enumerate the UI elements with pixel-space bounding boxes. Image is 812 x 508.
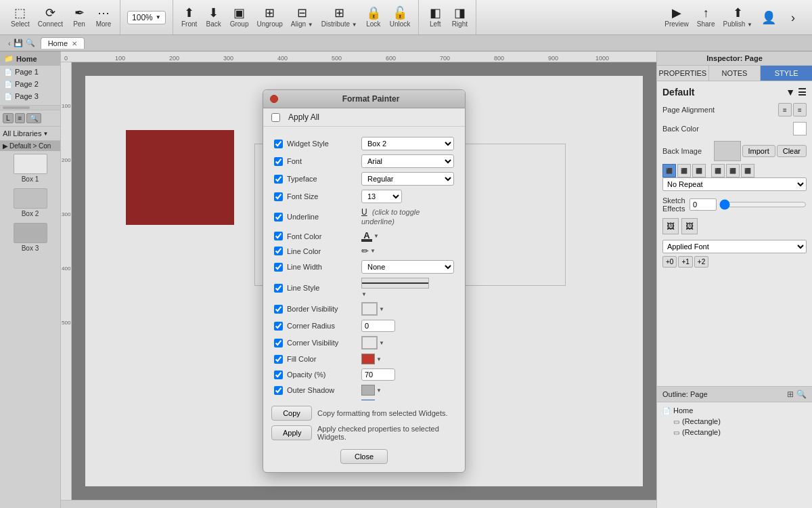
typeface-select[interactable]: Regular: [361, 172, 454, 186]
zoom-input[interactable]: 100% ▼: [127, 11, 166, 24]
unlock-tool[interactable]: 🔓 Unlock: [386, 5, 415, 29]
fill-color-checkbox[interactable]: [274, 355, 283, 364]
font-select[interactable]: Arial: [361, 154, 454, 168]
apply-all-checkbox[interactable]: [271, 113, 280, 122]
outer-shadow-arrow[interactable]: ▼: [376, 387, 382, 394]
clear-button[interactable]: Clear: [777, 145, 807, 157]
widget-style-select[interactable]: Box 2: [361, 137, 454, 150]
preview-tool[interactable]: ▶ Preview: [660, 5, 693, 29]
img-align-5[interactable]: ⬛: [726, 164, 740, 177]
font-size-2-btn[interactable]: +2: [694, 256, 708, 268]
box1-item[interactable]: Box 1: [3, 154, 58, 183]
corner-visibility-arrow[interactable]: ▼: [379, 340, 384, 346]
opacity-input[interactable]: [361, 368, 395, 381]
corner-radius-checkbox[interactable]: [274, 322, 283, 331]
img-align-3[interactable]: ⬛: [692, 164, 706, 177]
outline-rect2-item[interactable]: ▭ (Rectangle): [660, 427, 809, 438]
outline-filter-icon[interactable]: ⊞: [787, 389, 794, 399]
search-btn[interactable]: 🔍: [26, 113, 41, 123]
outline-home-item[interactable]: 📄 Home: [660, 405, 809, 416]
lib-selector[interactable]: All Libraries ▼: [0, 126, 60, 140]
sketch-input[interactable]: [690, 198, 717, 211]
font-size-0-btn[interactable]: +0: [662, 256, 677, 268]
border-visibility-arrow[interactable]: ▼: [379, 306, 384, 312]
outline-search-icon[interactable]: 🔍: [796, 389, 807, 399]
page-1-item[interactable]: 📄 Page 1: [0, 66, 60, 78]
font-size-checkbox[interactable]: [274, 192, 283, 201]
typeface-checkbox[interactable]: [274, 175, 283, 184]
collapse-tool[interactable]: ›: [781, 10, 805, 25]
connect-tool[interactable]: ⟳ Connect: [34, 5, 67, 29]
home-tab[interactable]: Home ✕: [41, 37, 85, 49]
box3-item[interactable]: Box 3: [3, 223, 58, 252]
tab-back-icon[interactable]: ‹: [8, 39, 11, 47]
line-color-checkbox[interactable]: [274, 247, 283, 255]
corner-visibility-checkbox[interactable]: [274, 339, 283, 347]
underline-icon[interactable]: U: [361, 207, 367, 217]
box2-item[interactable]: Box 2: [3, 188, 58, 217]
default-con-item[interactable]: ▶ Default > Con: [0, 140, 60, 151]
select-tool[interactable]: ⬚ Select: [7, 5, 34, 29]
align-left-btn[interactable]: ≡: [778, 103, 792, 117]
inspector-menu-icon[interactable]: ☰: [798, 87, 807, 98]
left-tool[interactable]: ◧ Left: [423, 5, 447, 29]
right-tool[interactable]: ◨ Right: [447, 5, 472, 29]
font-color-checkbox[interactable]: [274, 232, 283, 240]
line-width-checkbox[interactable]: [274, 263, 283, 272]
tab-search-icon[interactable]: 🔍: [26, 39, 35, 47]
tab-save-icon[interactable]: 💾: [14, 39, 23, 47]
front-tool[interactable]: ⬆ Front: [177, 5, 202, 29]
sketch-img-icon-1[interactable]: 🖼: [662, 218, 679, 234]
opacity-checkbox[interactable]: [274, 371, 283, 379]
tab-close-icon[interactable]: ✕: [72, 40, 77, 47]
dialog-close-btn[interactable]: [270, 95, 278, 103]
font-size-1-btn[interactable]: +1: [678, 256, 692, 268]
tab-notes[interactable]: NOTES: [709, 66, 761, 81]
repeat-select[interactable]: No Repeat: [662, 177, 807, 191]
img-align-1[interactable]: ⬛: [662, 164, 676, 177]
share-tool[interactable]: ↑ Share: [693, 5, 719, 29]
applied-font-select[interactable]: Applied Font: [662, 240, 807, 253]
underline-checkbox[interactable]: [274, 213, 283, 221]
outer-shadow-checkbox[interactable]: [274, 386, 283, 395]
pen-tool[interactable]: ✒ Pen: [67, 5, 91, 29]
corner-radius-input[interactable]: [361, 320, 395, 332]
align-right-btn[interactable]: ≡: [793, 103, 807, 117]
img-align-4[interactable]: ⬛: [711, 164, 725, 177]
grid-view-btn[interactable]: ≡: [15, 113, 26, 123]
ungroup-tool[interactable]: ⊞ Ungroup: [252, 5, 286, 29]
align-tool[interactable]: ⊟ Align ▼: [287, 5, 317, 29]
fill-color-arrow[interactable]: ▼: [376, 356, 382, 362]
close-button[interactable]: Close: [340, 449, 388, 464]
apply-button[interactable]: Apply: [271, 425, 312, 440]
tab-style[interactable]: STYLE: [761, 66, 812, 81]
img-align-6[interactable]: ⬛: [741, 164, 754, 177]
more-tool[interactable]: ⋯ More: [91, 5, 116, 29]
back-tool[interactable]: ⬇ Back: [202, 5, 226, 29]
img-align-2[interactable]: ⬛: [677, 164, 691, 177]
underline-toggle-text[interactable]: (click to toggle underline): [361, 208, 420, 226]
distribute-tool[interactable]: ⊞ Distribute ▼: [317, 5, 361, 29]
line-style-arrow[interactable]: ▼: [361, 291, 367, 297]
tab-properties[interactable]: PROPERTIES: [657, 66, 709, 81]
inspector-dropdown-icon[interactable]: ▼: [786, 87, 795, 98]
outline-rect1-item[interactable]: ▭ (Rectangle): [660, 416, 809, 427]
border-visibility-checkbox[interactable]: [274, 305, 283, 314]
page-2-item[interactable]: 📄 Page 2: [0, 78, 60, 90]
line-color-arrow[interactable]: ▼: [370, 248, 376, 254]
user-tool[interactable]: 👤: [757, 10, 781, 25]
sketch-img-icon-2[interactable]: 🖼: [681, 218, 698, 234]
line-style-swatch[interactable]: [361, 278, 429, 289]
font-color-arrow[interactable]: ▼: [374, 233, 379, 239]
line-style-checkbox[interactable]: [274, 284, 283, 293]
sketch-slider[interactable]: [719, 199, 807, 210]
font-size-select[interactable]: 13: [361, 190, 402, 203]
publish-tool[interactable]: ⬆ Publish ▼: [719, 5, 757, 29]
canvas[interactable]: Format Painter Apply All Widget Style: [72, 62, 656, 500]
back-color-swatch[interactable]: [793, 122, 807, 135]
lock-tool[interactable]: 🔒 Lock: [361, 5, 386, 29]
copy-button[interactable]: Copy: [271, 406, 312, 421]
line-width-select[interactable]: None: [361, 260, 454, 274]
horizontal-scrollbar[interactable]: [61, 500, 656, 508]
list-view-btn[interactable]: L: [3, 113, 14, 123]
